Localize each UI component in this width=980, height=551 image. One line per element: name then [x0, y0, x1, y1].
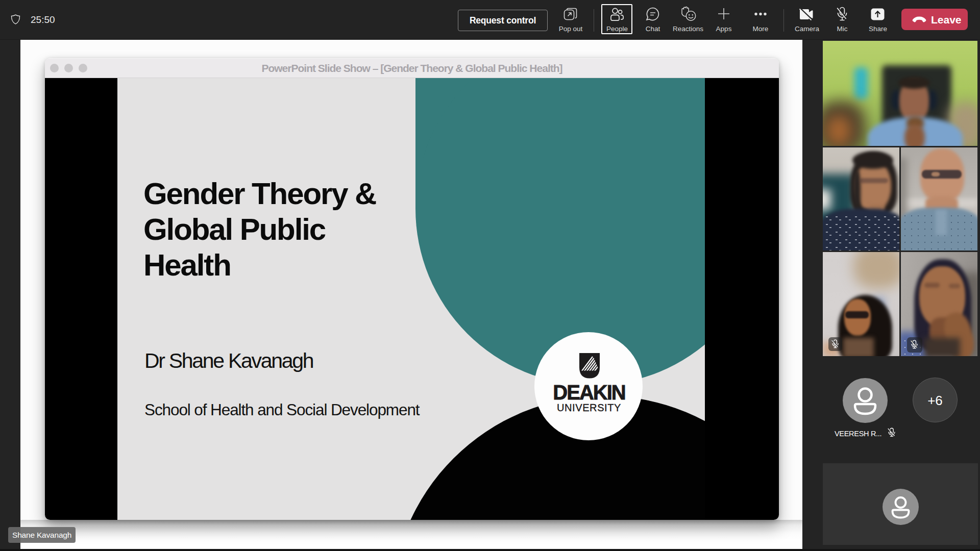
svg-text:UNIVERSITY: UNIVERSITY: [557, 402, 621, 413]
svg-text:DEAKIN: DEAKIN: [553, 381, 625, 404]
